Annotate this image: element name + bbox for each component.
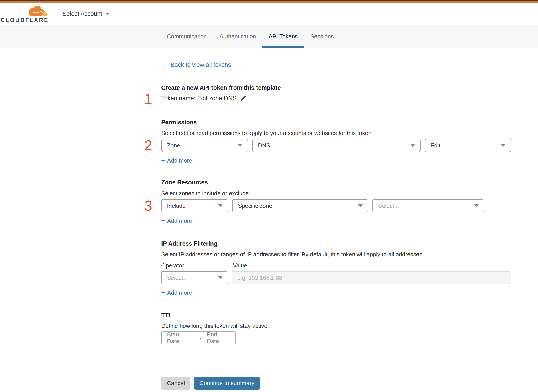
dropdown-value: Zone [167, 142, 180, 149]
chevron-down-icon [474, 205, 479, 207]
back-link-label: Back to view all tokens [171, 61, 231, 68]
dropdown-value: Edit [430, 142, 440, 149]
cancel-button[interactable]: Cancel [161, 377, 191, 390]
permissions-description: Select edit or read permissions to apply… [161, 129, 511, 137]
step-number-1: 1 [144, 92, 152, 106]
plus-icon: + [161, 217, 165, 224]
permission-resource-dropdown[interactable]: DNS [252, 139, 421, 152]
operator-label: Operator [161, 262, 233, 269]
chevron-down-icon [218, 276, 222, 279]
ip-filtering-add-more-link[interactable]: + Add more [161, 289, 192, 296]
dropdown-placeholder: Select... [167, 275, 188, 281]
token-name-text: Token name: Edit zone DNS [161, 94, 236, 102]
permission-access-dropdown[interactable]: Edit [425, 139, 511, 152]
top-accent-bar [0, 1, 538, 3]
dropdown-value: Specific zone [238, 202, 272, 209]
ttl-section: TTL Define how long this token will stay… [161, 312, 511, 344]
zone-resources-description: Select zones to include or exclude. [161, 190, 511, 197]
chevron-down-icon [501, 144, 505, 147]
add-more-label: Add more [167, 217, 192, 224]
ip-filtering-description: Select IP addresses or ranges of IP addr… [161, 251, 511, 258]
tab-communication[interactable]: Communication [167, 25, 207, 48]
chevron-down-icon [411, 144, 415, 147]
operator-dropdown[interactable]: Select... [161, 271, 228, 285]
tab-label: Communication [167, 33, 207, 40]
end-date-label: End Date [207, 331, 230, 345]
back-arrow-icon: ← [161, 61, 168, 68]
tab-api-tokens[interactable]: API Tokens [269, 25, 298, 48]
chevron-down-icon [105, 13, 110, 15]
dropdown-value: Include [167, 202, 186, 209]
zone-include-dropdown[interactable]: Include [161, 199, 228, 212]
tab-label: Sessions [310, 33, 334, 40]
tab-bar: Communication Authentication API Tokens … [0, 25, 538, 48]
add-more-label: Add more [167, 157, 192, 164]
ttl-description: Define how long this token will stay act… [161, 322, 511, 330]
chevron-down-icon [358, 205, 363, 207]
dropdown-value: DNS [258, 142, 270, 149]
tab-authentication[interactable]: Authentication [220, 25, 256, 48]
value-label: Value [233, 262, 247, 269]
footer-divider [161, 370, 511, 370]
zone-resources-section: Zone Resources Select zones to include o… [161, 179, 511, 224]
zone-select-dropdown[interactable]: Select... [372, 199, 484, 212]
footer-actions: Cancel Continue to summary [161, 377, 511, 390]
cloudflare-cloud-icon [26, 5, 48, 17]
ip-filtering-section: IP Address Filtering Select IP addresses… [161, 240, 511, 296]
zone-resources-add-more-link[interactable]: + Add more [161, 217, 192, 224]
start-date-label: Start Date [167, 331, 192, 345]
permissions-heading: Permissions [161, 119, 511, 126]
arrow-right-icon: → [196, 335, 202, 341]
ip-value-input[interactable] [232, 271, 511, 285]
plus-icon: + [161, 157, 165, 164]
account-selector-label: Select Account [63, 10, 102, 17]
permissions-add-more-link[interactable]: + Add more [161, 157, 192, 164]
create-token-heading: Create a new API token from this templat… [161, 84, 511, 92]
zone-resources-heading: Zone Resources [161, 179, 511, 186]
permission-scope-dropdown[interactable]: Zone [161, 139, 248, 152]
cloudflare-wordmark: CLOUDFLARE [1, 17, 49, 23]
plus-icon: + [161, 289, 165, 296]
ip-filtering-heading: IP Address Filtering [161, 240, 511, 247]
app-header: CLOUDFLARE Select Account [0, 3, 538, 25]
tab-label: API Tokens [269, 33, 298, 40]
dropdown-placeholder: Select... [378, 202, 399, 209]
back-to-tokens-link[interactable]: ← Back to view all tokens [161, 61, 511, 68]
tab-sessions[interactable]: Sessions [310, 25, 334, 48]
edit-pencil-icon[interactable] [240, 95, 247, 102]
continue-to-summary-button[interactable]: Continue to summary [194, 377, 260, 390]
chevron-down-icon [238, 144, 242, 147]
step-number-3: 3 [144, 199, 152, 213]
step-number-2: 2 [144, 138, 152, 153]
main-content: ← Back to view all tokens 1 Create a new… [161, 48, 511, 390]
chevron-down-icon [218, 205, 222, 207]
cloudflare-logo[interactable]: CLOUDFLARE [6, 5, 49, 23]
page: CLOUDFLARE Select Account Communication … [0, 0, 538, 392]
tab-label: Authentication [220, 33, 256, 40]
token-name-section: 1 Create a new API token from this templ… [161, 84, 511, 102]
add-more-label: Add more [167, 289, 192, 296]
ttl-date-range-picker[interactable]: Start Date → End Date [161, 331, 236, 344]
account-selector[interactable]: Select Account [63, 10, 110, 17]
ttl-heading: TTL [161, 312, 511, 319]
zone-type-dropdown[interactable]: Specific zone [232, 199, 368, 212]
permissions-section: Permissions Select edit or read permissi… [161, 119, 511, 164]
